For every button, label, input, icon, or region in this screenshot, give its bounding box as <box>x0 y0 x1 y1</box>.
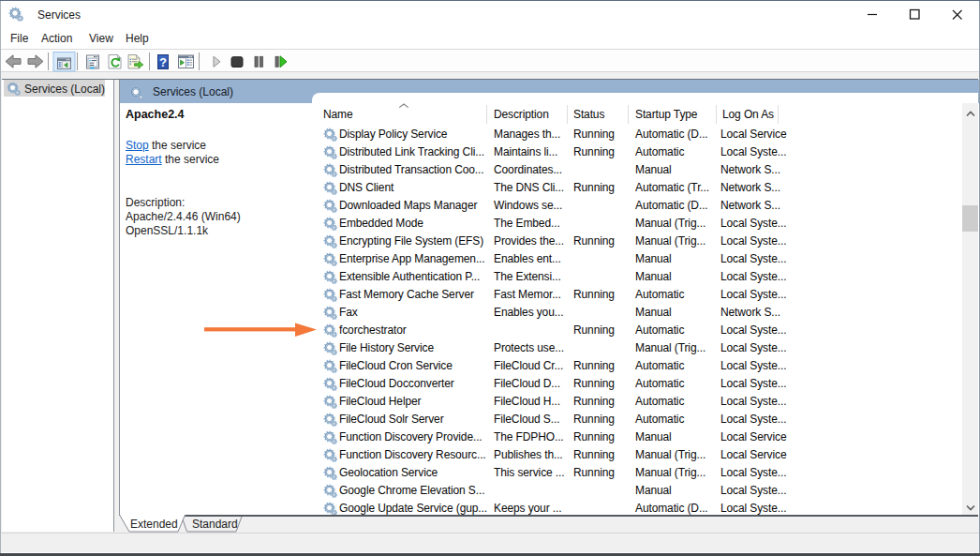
svg-text:Standard: Standard <box>192 518 238 531</box>
svg-text:Extended: Extended <box>130 518 178 531</box>
svg-text:?: ? <box>159 56 167 69</box>
